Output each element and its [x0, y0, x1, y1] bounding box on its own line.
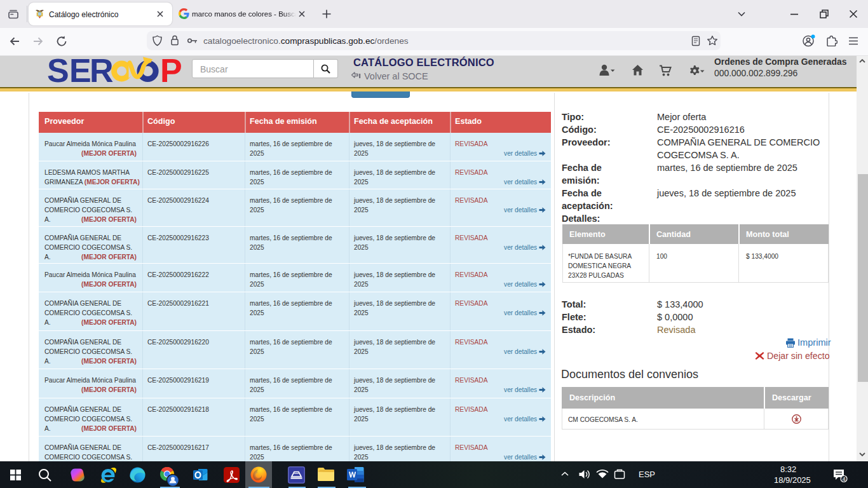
svg-text:P: P — [160, 56, 182, 85]
svg-text:E: E — [69, 56, 92, 85]
svg-text:S: S — [47, 56, 69, 85]
svg-text:R: R — [90, 56, 114, 85]
svg-text:4: 4 — [843, 476, 846, 482]
